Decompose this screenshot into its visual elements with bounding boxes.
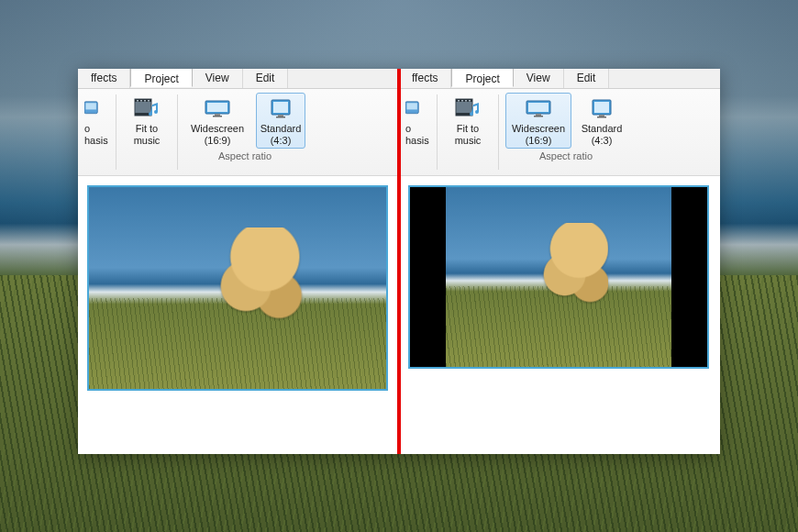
svg-rect-10 <box>207 103 227 112</box>
aspect-ratio-group-label: Aspect ratio <box>218 150 272 161</box>
tab-view[interactable]: View <box>514 69 564 88</box>
svg-rect-8 <box>148 100 150 102</box>
fit-to-label-1: Fit to <box>457 123 479 135</box>
emphasis-icon <box>405 96 424 120</box>
svg-rect-6 <box>140 100 142 102</box>
video-preview[interactable] <box>408 185 709 369</box>
preview-frame-content <box>89 187 386 389</box>
red-divider-line <box>397 69 401 454</box>
widescreen-monitor-icon <box>525 96 552 120</box>
tab-effects[interactable]: ffects <box>399 69 451 88</box>
emphasis-button[interactable]: o hasis <box>83 93 109 149</box>
group-aspect-ratio: Widescreen (16:9) Standard (4:3) Aspect … <box>500 89 632 175</box>
svg-rect-7 <box>144 100 146 102</box>
preview-canvas-right <box>399 176 720 454</box>
tab-edit[interactable]: Edit <box>564 69 610 88</box>
ribbon-toolbar: o hasis Fit to music <box>78 89 399 176</box>
svg-rect-5 <box>137 100 139 102</box>
svg-rect-33 <box>597 116 606 118</box>
separator <box>116 94 116 170</box>
standard-label: Standard <box>260 123 302 135</box>
separator <box>498 94 499 170</box>
emphasis-label-2: hasis <box>84 135 108 147</box>
svg-rect-11 <box>215 114 220 116</box>
filmstrip-music-icon <box>454 96 482 120</box>
svg-rect-27 <box>528 103 549 112</box>
svg-rect-32 <box>599 115 604 116</box>
svg-rect-18 <box>406 103 416 109</box>
preview-frame-content <box>446 187 671 367</box>
ribbon-tabs: ffects Project View Edit <box>78 69 399 89</box>
emphasis-label-1: o <box>84 123 90 135</box>
preview-canvas-left <box>78 176 399 454</box>
group-audio: Fit to music <box>438 89 497 175</box>
widescreen-label: Widescreen <box>512 123 565 135</box>
svg-rect-16 <box>276 116 285 118</box>
group-aspect-ratio: Widescreen (16:9) Standard (4:3) Aspect … <box>179 89 311 175</box>
tab-project[interactable]: Project <box>451 69 513 87</box>
svg-rect-14 <box>273 102 288 113</box>
tab-view[interactable]: View <box>193 69 243 88</box>
svg-rect-25 <box>469 100 471 102</box>
standard-monitor-icon <box>588 96 615 120</box>
svg-rect-12 <box>213 116 222 117</box>
fit-to-music-button[interactable]: Fit to music <box>444 93 492 149</box>
svg-rect-24 <box>465 100 467 102</box>
standard-button[interactable]: Standard (4:3) <box>256 93 305 149</box>
emphasis-label-2: hasis <box>405 135 429 147</box>
widescreen-monitor-icon <box>204 96 231 120</box>
svg-rect-15 <box>278 115 283 116</box>
standard-ratio: (4:3) <box>592 135 613 147</box>
tab-edit[interactable]: Edit <box>243 69 289 88</box>
emphasis-label-1: o <box>405 123 411 135</box>
movie-maker-pane-right: ffects Project View Edit o hasis <box>399 69 720 454</box>
separator <box>437 94 438 170</box>
comparison-panel: ffects Project View Edit o hasis <box>78 69 720 454</box>
ribbon-toolbar: o hasis Fit to music <box>399 89 720 176</box>
widescreen-ratio: (16:9) <box>205 135 231 147</box>
fit-to-label-2: music <box>455 135 482 147</box>
fit-to-label-2: music <box>134 135 161 147</box>
standard-monitor-icon <box>267 96 294 120</box>
ribbon-tabs: ffects Project View Edit <box>399 69 720 89</box>
aspect-ratio-group-label: Aspect ratio <box>539 150 593 161</box>
fit-to-music-button[interactable]: Fit to music <box>123 93 171 149</box>
svg-rect-22 <box>458 100 460 102</box>
svg-rect-1 <box>85 103 95 109</box>
fit-to-label-1: Fit to <box>136 123 158 135</box>
separator <box>177 94 178 170</box>
widescreen-ratio: (16:9) <box>526 135 552 147</box>
emphasis-icon <box>84 96 103 120</box>
widescreen-button[interactable]: Widescreen (16:9) <box>505 93 571 149</box>
svg-rect-29 <box>534 116 543 117</box>
group-audio: Fit to music <box>117 89 176 175</box>
video-preview[interactable] <box>87 185 388 391</box>
tab-project[interactable]: Project <box>130 69 192 87</box>
filmstrip-music-icon <box>133 96 161 120</box>
standard-button[interactable]: Standard (4:3) <box>577 93 626 149</box>
svg-rect-31 <box>594 102 609 113</box>
standard-ratio: (4:3) <box>271 135 292 147</box>
widescreen-label: Widescreen <box>191 123 244 135</box>
standard-label: Standard <box>582 123 623 135</box>
movie-maker-pane-left: ffects Project View Edit o hasis <box>78 69 399 454</box>
svg-rect-28 <box>536 114 541 116</box>
group-emphasis-partial: o hasis <box>78 89 115 175</box>
emphasis-button[interactable]: o hasis <box>405 93 430 149</box>
group-emphasis-partial: o hasis <box>399 89 436 175</box>
svg-rect-23 <box>461 100 463 102</box>
tab-effects[interactable]: ffects <box>78 69 130 88</box>
widescreen-button[interactable]: Widescreen (16:9) <box>184 93 250 149</box>
